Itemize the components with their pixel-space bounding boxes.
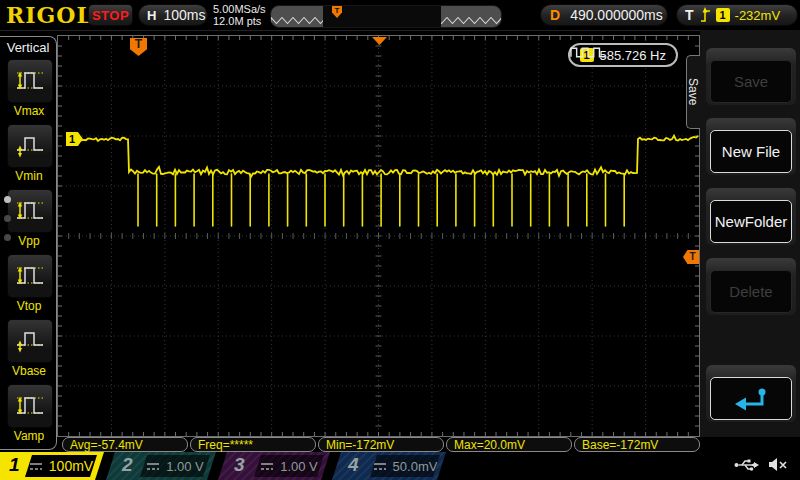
save-button[interactable]: Save bbox=[710, 60, 792, 103]
graticule-display: 1 T T 1 585.726 Hz bbox=[57, 35, 700, 437]
channel1-scale: 100mV bbox=[49, 458, 93, 474]
sidebar-title: Vertical bbox=[0, 37, 56, 55]
sidebar-item-vmin[interactable]: Vmin bbox=[7, 124, 51, 183]
dc-coupling-icon bbox=[260, 462, 274, 471]
waveform-preview-bar[interactable]: T bbox=[270, 5, 502, 28]
channel2-scale: 1.00 V bbox=[166, 459, 204, 474]
new-folder-button[interactable]: NewFolder bbox=[710, 200, 792, 243]
h-label: H bbox=[147, 8, 156, 23]
brand-logo: RIGOL bbox=[6, 2, 93, 28]
new-file-button[interactable]: New File bbox=[710, 130, 792, 173]
sidebar-item-vbase[interactable]: Vbase bbox=[7, 319, 51, 378]
channel3-status[interactable]: 3 1.00 V bbox=[218, 452, 330, 480]
vbase-label: Vbase bbox=[7, 364, 51, 378]
measurement-min: Min=-172mV bbox=[318, 437, 444, 452]
vmin-button[interactable] bbox=[7, 124, 53, 168]
menu-slot-2[interactable]: New File bbox=[706, 118, 796, 175]
oscilloscope-screen: RIGOL STOP H 100ms 5.00MSa/s 12.0M pts T… bbox=[0, 0, 800, 480]
measurement-freq: Freq=***** bbox=[190, 437, 316, 452]
run-state-label: STOP bbox=[92, 8, 129, 23]
delete-button[interactable]: Delete bbox=[710, 270, 792, 313]
sidebar-item-vamp[interactable]: Vamp bbox=[7, 384, 51, 443]
dc-coupling-icon bbox=[29, 462, 43, 471]
channel1-number: 1 bbox=[9, 454, 20, 476]
measurement-base: Base=-172mV bbox=[574, 437, 700, 452]
channel2-number: 2 bbox=[122, 454, 133, 476]
usb-icon bbox=[734, 457, 760, 472]
dc-coupling-icon bbox=[146, 462, 160, 471]
menu-slot-back[interactable] bbox=[706, 365, 796, 422]
vbase-button[interactable] bbox=[7, 319, 53, 363]
vmax-button[interactable] bbox=[7, 59, 53, 103]
vtop-icon bbox=[14, 262, 46, 290]
vpp-button[interactable] bbox=[7, 189, 53, 233]
measurement-max: Max=20.0mV bbox=[446, 437, 572, 452]
channel3-scale: 1.00 V bbox=[280, 459, 318, 474]
channel4-number: 4 bbox=[348, 454, 359, 476]
square-wave-icon bbox=[570, 45, 608, 59]
vtop-button[interactable] bbox=[7, 254, 53, 298]
menu-slot-3[interactable]: NewFolder bbox=[706, 188, 796, 245]
vtop-label: Vtop bbox=[7, 299, 51, 313]
trigger-info-box[interactable]: T 1 -232mV bbox=[676, 4, 798, 26]
system-status-icons bbox=[734, 456, 788, 473]
counter-value: 585.726 Hz bbox=[600, 48, 667, 63]
save-menu-panel: Save Save New File NewFolder Delete bbox=[700, 30, 800, 437]
vpp-icon bbox=[14, 197, 46, 225]
vertical-measure-menu: Vertical Vmax Vmin bbox=[0, 36, 57, 450]
run-state-indicator[interactable]: STOP bbox=[88, 4, 133, 26]
top-status-bar: RIGOL STOP H 100ms 5.00MSa/s 12.0M pts T… bbox=[0, 0, 800, 31]
menu-tab-title: Save bbox=[686, 55, 700, 129]
dc-coupling-icon bbox=[373, 462, 387, 471]
menu-slot-1[interactable]: Save bbox=[706, 48, 796, 105]
d-label: D bbox=[550, 7, 560, 23]
channel1-waveform bbox=[58, 36, 699, 436]
timebase-value: 100ms bbox=[163, 7, 205, 23]
vbase-icon bbox=[14, 327, 46, 355]
channel4-scale: 50.0mV bbox=[393, 459, 438, 474]
vmax-label: Vmax bbox=[7, 104, 51, 118]
return-arrow-icon bbox=[731, 385, 771, 413]
channel4-status[interactable]: 4 50.0mV bbox=[332, 452, 446, 480]
trigger-level-value: -232mV bbox=[735, 8, 781, 23]
vmax-icon bbox=[14, 67, 46, 95]
vmin-icon bbox=[14, 132, 46, 160]
menu-slot-4[interactable]: Delete bbox=[706, 258, 796, 315]
vamp-icon bbox=[14, 392, 46, 420]
vmin-label: Vmin bbox=[7, 169, 51, 183]
channel-status-bar: 1 100mV 2 1.00 V 3 bbox=[0, 452, 800, 480]
sidebar-item-vtop[interactable]: Vtop bbox=[7, 254, 51, 313]
sample-rate: 5.00MSa/s bbox=[213, 3, 266, 15]
sidebar-item-vmax[interactable]: Vmax bbox=[7, 59, 51, 118]
channel3-number: 3 bbox=[234, 454, 245, 476]
channel2-status[interactable]: 2 1.00 V bbox=[106, 452, 216, 480]
trigger-delay-value: 490.000000ms bbox=[570, 7, 663, 23]
speaker-muted-icon bbox=[768, 456, 788, 473]
vamp-label: Vamp bbox=[7, 429, 51, 443]
back-button[interactable] bbox=[710, 377, 792, 420]
rising-edge-icon bbox=[699, 6, 711, 24]
vamp-button[interactable] bbox=[7, 384, 53, 428]
trigger-delay-box[interactable]: D 490.000000ms bbox=[540, 4, 668, 26]
menu-page-dots bbox=[4, 196, 11, 253]
vpp-label: Vpp bbox=[7, 234, 51, 248]
t-label: T bbox=[685, 7, 694, 23]
horizontal-timebase-box[interactable]: H 100ms bbox=[138, 4, 208, 26]
channel1-status[interactable]: 1 100mV bbox=[0, 452, 104, 480]
frequency-counter: 1 585.726 Hz bbox=[568, 43, 679, 67]
memory-depth: 12.0M pts bbox=[213, 15, 266, 27]
measurement-avg: Avg=-57.4mV bbox=[62, 437, 188, 452]
acquisition-info: 5.00MSa/s 12.0M pts bbox=[213, 3, 266, 27]
trigger-source-badge: 1 bbox=[716, 8, 730, 22]
sidebar-item-vpp[interactable]: Vpp bbox=[7, 189, 51, 248]
